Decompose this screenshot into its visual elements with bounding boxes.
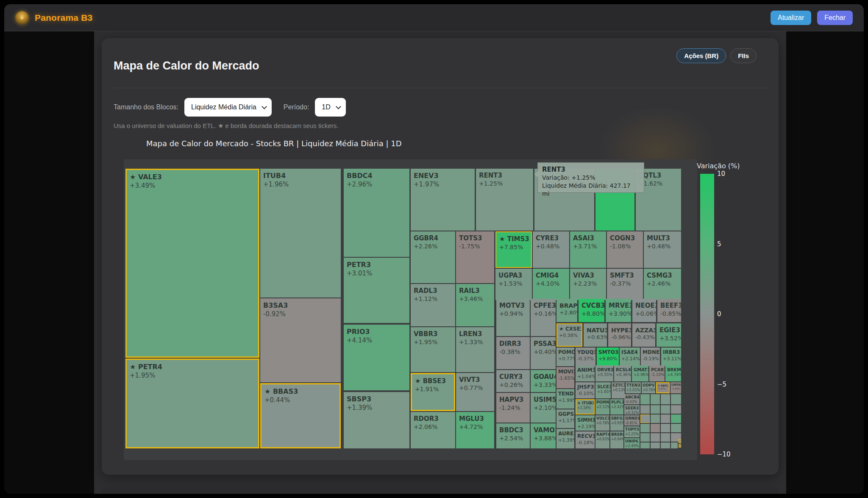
treemap-cell-BRAP4[interactable]: BRAP4+2.80% — [556, 299, 577, 322]
treemap-cell-micro[interactable] — [671, 415, 681, 423]
treemap-cell-SMFT3[interactable]: SMFT3-0.37% — [607, 269, 643, 300]
treemap-cell-POMO4[interactable]: POMO4+0.77% — [556, 348, 574, 366]
treemap-cell-PRIO3[interactable]: PRIO3+4.14% — [344, 325, 409, 390]
treemap-cell-micro[interactable] — [640, 394, 650, 404]
treemap-cell-micro[interactable] — [679, 439, 681, 443]
treemap-cell-MGLU3[interactable]: MGLU3+4.72% — [456, 412, 494, 448]
treemap-cell-MDNE3[interactable]: MDNE3-0.19% — [641, 348, 660, 366]
treemap-cell-NATU3[interactable]: NATU3+0.63% — [584, 323, 607, 347]
treemap-cell-ITUB4[interactable]: ITUB4+1.96% — [260, 169, 341, 298]
treemap-cell-micro[interactable] — [640, 424, 650, 432]
treemap-cell-UGPA3[interactable]: UGPA3+1.53% — [495, 269, 532, 300]
treemap-cell-VIVT3[interactable]: VIVT3+0.77% — [456, 373, 494, 411]
treemap-cell-micro[interactable] — [661, 394, 670, 404]
treemap-cell-BEEF3[interactable]: BEEF3-0.85% — [657, 299, 681, 322]
treemap-cell-ODPV3[interactable]: ODPV3+0.76% — [642, 382, 655, 393]
treemap-cell-GGPS3[interactable]: GGPS3+1.17% — [556, 409, 574, 428]
treemap-cell-SEER3[interactable]: SEER3+0.32% — [624, 405, 640, 415]
treemap-cell-SBFG3[interactable]: SBFG3+0.95% — [610, 415, 623, 431]
treemap-cell-VIVA3[interactable]: VIVA3+2.23% — [570, 269, 606, 300]
treemap-cell-TEND3[interactable]: TEND3+1.99% — [556, 389, 574, 409]
treemap-cell-VBBR3[interactable]: VBBR3+1.95% — [411, 327, 455, 372]
treemap-cell-micro[interactable] — [671, 405, 681, 414]
treemap-cell-ENEV3[interactable]: ENEV3+1.97% — [411, 169, 475, 231]
treemap-cell-MRVE3[interactable]: MRVE3+3.90% — [606, 299, 631, 322]
treemap-cell-PSSA3[interactable]: PSSA3+0.40% — [531, 337, 556, 369]
treemap-cell-ORVR3[interactable]: ORVR3+0.55% — [595, 365, 613, 381]
treemap-cell-micro[interactable] — [671, 442, 678, 448]
treemap-cell-VULC3[interactable]: VULC3+0.78% — [595, 415, 609, 431]
treemap-cell-PETR4[interactable]: ★ PETR4+1.95% — [125, 359, 259, 448]
treemap-cell-NEOE3[interactable]: NEOE3+0.06% — [632, 299, 656, 322]
treemap-cell-micro[interactable] — [640, 442, 650, 448]
treemap-cell-CURY3[interactable]: CURY3+0.26% — [496, 370, 530, 392]
treemap-cell-SLCE3[interactable]: SLCE3+1.65% — [595, 382, 611, 398]
treemap-cell-PETR3[interactable]: PETR3+3.01% — [344, 258, 409, 323]
treemap-cell-ABCB4[interactable]: ABCB4-0.43% — [624, 394, 640, 404]
treemap-cell-IRBR3[interactable]: IRBR3+3.11% — [661, 348, 681, 366]
treemap-cell-micro[interactable] — [671, 394, 681, 404]
treemap-cell-YDUQ3[interactable]: YDUQ3-0.37% — [576, 348, 595, 366]
treemap-cell-micro[interactable] — [661, 405, 670, 414]
tab-acoes-br[interactable]: Ações (BR) — [676, 48, 726, 63]
treemap-cell-micro[interactable] — [651, 442, 660, 448]
tab-fiis[interactable]: FIIs — [730, 48, 757, 63]
treemap-cell-micro[interactable] — [651, 433, 660, 442]
treemap-cell-ITUB3[interactable]: ★ ITUB3+1.58% — [576, 399, 595, 415]
treemap-cell-EZTC3[interactable]: EZTC3+0.13% — [612, 382, 625, 398]
treemap-cell-LWSA3[interactable]: LWSA3-1.44% — [670, 382, 681, 393]
treemap-cell-AURE3[interactable]: AURE3+1.39% — [556, 429, 574, 448]
treemap-cell-micro[interactable] — [651, 405, 660, 414]
treemap-cell-UNIP6[interactable]: UNIP6+2.49% — [624, 438, 640, 448]
treemap-cell-CPFE3[interactable]: CPFE3+0.16% — [531, 299, 556, 336]
treemap-cell-micro[interactable] — [651, 424, 660, 432]
period-select[interactable]: 1D — [315, 98, 345, 117]
treemap-cell-GRND3[interactable]: GRND3-0.81% — [624, 415, 640, 426]
treemap-cell-GMAT3[interactable]: GMAT3+2.96% — [632, 365, 648, 381]
treemap-cell-RADL3[interactable]: RADL3+1.12% — [411, 284, 455, 326]
treemap-cell-micro[interactable] — [661, 415, 670, 423]
treemap-cell-BBDC4[interactable]: BBDC4+2.96% — [344, 169, 409, 257]
treemap-cell-SMTO3[interactable]: SMTO3+9.80% — [597, 348, 619, 366]
treemap-cell-ANIM3[interactable]: ANIM3+1.04% — [576, 365, 595, 381]
close-button[interactable]: Fechar — [817, 11, 853, 25]
treemap-cell-TIMS3[interactable]: ★ TIMS3+7.85% — [495, 231, 532, 268]
treemap-cell-COGN3[interactable]: COGN3-1.08% — [607, 231, 643, 268]
treemap-cell-MULT3[interactable]: MULT3+0.48% — [644, 231, 681, 268]
treemap-cell-micro[interactable] — [640, 415, 650, 423]
treemap-cell-micro[interactable] — [651, 415, 660, 423]
treemap-cell-AZZA3[interactable]: AZZA3-0.43% — [632, 323, 655, 347]
treemap-cell-RDOR3[interactable]: RDOR3+2.06% — [411, 412, 455, 448]
treemap-cell-USIM5[interactable]: USIM5+2.10% — [531, 393, 556, 423]
treemap-cell-VALE3[interactable]: ★ VALE3+3.49% — [125, 169, 259, 358]
treemap-cell-micro[interactable] — [661, 424, 670, 432]
treemap-cell-micro[interactable] — [661, 433, 670, 442]
treemap-cell-B3SA3[interactable]: B3SA3-0.92% — [260, 298, 341, 382]
treemap-cell-RECV3[interactable]: RECV3-0.18% — [576, 431, 595, 448]
treemap-cell-ASAI3[interactable]: ASAI3+3.71% — [570, 231, 606, 268]
treemap-cell-KEPL3[interactable]: ★ KEPL3-1.37% — [656, 382, 670, 393]
treemap-cell-micro[interactable] — [651, 394, 660, 404]
treemap-cell-SIMH3[interactable]: SIMH3+2.19% — [576, 415, 595, 431]
treemap-cell-micro[interactable] — [640, 433, 650, 442]
treemap-cell-ISAE4[interactable]: ISAE4+2.14% — [620, 348, 640, 366]
treemap-cell-BBDC3[interactable]: BBDC3+2.54% — [496, 423, 530, 448]
treemap-cell-SBSP3[interactable]: SBSP3+1.39% — [344, 392, 409, 448]
treemap-cell-PCAR3[interactable]: PCAR3-1.10% — [649, 365, 665, 381]
treemap-cell-CXSE3[interactable]: ★ CXSE3+0.38% — [556, 323, 582, 347]
treemap-cell-HAPV3[interactable]: HAPV3-1.24% — [496, 393, 530, 423]
treemap-cell-RAIL3[interactable]: RAIL3+3.46% — [456, 284, 494, 326]
treemap-cell-BRSR6[interactable]: BRSR6+0.94% — [610, 431, 623, 448]
treemap-cell-MOVI3[interactable]: MOVI3-1.65% — [556, 367, 574, 388]
treemap-cell-BBSE3[interactable]: ★ BBSE3+1.91% — [411, 373, 455, 411]
treemap-cell-BRKM5[interactable]: BRKM5+4.74% — [665, 365, 681, 381]
treemap-cell-GOAU4[interactable]: GOAU4+3.33% — [531, 370, 556, 392]
treemap-cell-EGIE3[interactable]: EGIE3+3.52% — [657, 323, 681, 347]
treemap-cell-HYPE3[interactable]: HYPE3-0.96% — [608, 323, 631, 347]
treemap-cell-CSMG3[interactable]: CSMG3+2.46% — [644, 269, 681, 300]
treemap-cell-DIRR3[interactable]: DIRR3-0.38% — [496, 337, 530, 369]
treemap-cell-CYRE3[interactable]: CYRE3+0.48% — [533, 231, 569, 268]
treemap-cell-RAPT4[interactable]: RAPT4+0.93% — [595, 431, 609, 448]
treemap-cell-MOTV3[interactable]: MOTV3+0.94% — [496, 299, 530, 336]
block-size-select[interactable]: Liquidez Média Diária — [184, 98, 272, 117]
